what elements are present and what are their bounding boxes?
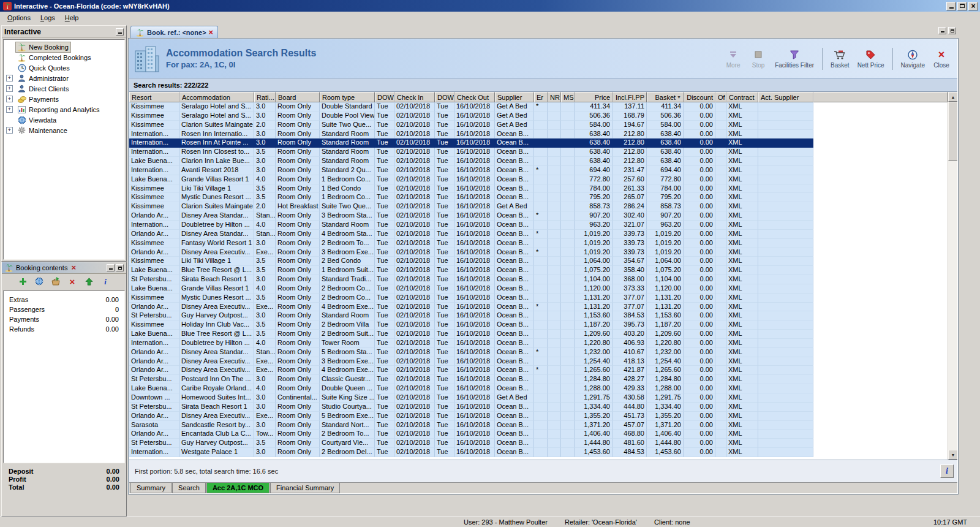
result-row[interactable]: KissimmeeHoliday Inn Club Vac...3.5Room … [129,320,948,330]
sidebar-item-quick-quotes[interactable]: Quick Quotes [4,63,124,73]
result-row[interactable]: Orlando Ar...Disney Area Standar...Stan.… [129,348,948,357]
sidebar-item-new-booking[interactable]: New Booking [4,42,124,52]
result-row[interactable]: Lake Buena...Blue Tree Resort @ L...3.5R… [129,266,948,275]
column-header-board[interactable]: Board [276,92,320,102]
result-row[interactable]: Orlando Ar...Encantada Club La C...Tow..… [129,430,948,439]
menu-help[interactable]: Help [60,13,84,23]
result-row[interactable]: KissimmeeSeralago Hotel and S...3.0Room … [129,102,948,112]
basket-button[interactable]: Basket [828,45,852,73]
panel-collapse-button[interactable] [116,28,124,36]
vertical-scrollbar[interactable]: ▲ ▼ [948,92,957,460]
mdi-minimize-button[interactable] [938,27,946,34]
result-row[interactable]: Orlando Ar...Disney Area Executiv...Exe.… [129,357,948,366]
result-row[interactable]: St Petersbu...Guy Harvey Outpost...3.0Ro… [129,311,948,320]
result-row[interactable]: KissimmeeSeralago Hotel and S...3.0Room … [129,112,948,121]
sidebar-item-completed-bookings[interactable]: Completed Bookings [4,52,124,63]
result-row[interactable]: Lake Buena...Caribe Royale Orland...4.0R… [129,384,948,393]
panel-close-icon[interactable]: × [71,264,76,271]
scrollbar-thumb[interactable] [948,102,957,161]
sidebar-item-payments[interactable]: +Payments [4,94,124,104]
column-header-er[interactable]: Er [534,92,548,102]
result-row[interactable]: Internation...Rosen Inn Internatio...3.0… [129,130,948,139]
close-window-button[interactable]: × [968,2,978,10]
nett-price-button[interactable]: Nett Price [855,45,887,73]
column-header-incl-fl-pp[interactable]: Incl.Fl.PP [612,92,647,102]
booking-item-passengers[interactable]: Passengers0 [4,305,124,314]
result-row[interactable]: Internation...Westgate Palace 13.0Room O… [129,448,948,457]
sidebar-item-maintenance[interactable]: +Maintenance [4,125,124,135]
result-row[interactable]: Lake Buena...Clarion Inn Lake Bue...3.0R… [129,157,948,166]
column-header-check-in[interactable]: Check In [394,92,435,102]
info-button[interactable]: i [100,276,111,287]
result-row[interactable]: KissimmeeMystic Dunes Resort ...3.5Room … [129,294,948,303]
result-row[interactable]: Orlando Ar...Disney Area Executiv...Exe.… [129,303,948,312]
result-row[interactable]: Internation...Rosen Inn Closest to...3.5… [129,148,948,157]
panel-maximize-button[interactable] [116,264,124,271]
sidebar-item-administrator[interactable]: +Administrator [4,73,124,83]
result-row[interactable]: KissimmeeClarion Suites Maingate2.0Room … [129,121,948,130]
mdi-maximize-button[interactable] [948,27,956,34]
more-button[interactable]: More [722,45,744,73]
minimize-button[interactable] [946,2,956,10]
add-button[interactable] [17,276,28,287]
result-row[interactable]: Lake Buena...Grande Villas Resort 14.0Ro… [129,175,948,184]
result-row[interactable]: KissimmeeLiki Tiki Village 13.5Room Only… [129,257,948,266]
close-button[interactable]: ×Close [930,45,952,73]
result-row[interactable]: Orlando Ar...Disney Area Executiv...Exe.… [129,248,948,257]
result-row[interactable]: Lake Buena...Grande Villas Resort 14.0Ro… [129,284,948,294]
column-header-room-type[interactable]: Room type [320,92,375,102]
result-row[interactable]: KissimmeeMystic Dunes Resort ...3.5Room … [129,193,948,202]
column-header-check-out[interactable]: Check Out [454,92,495,102]
to-basket-button[interactable] [50,276,61,287]
result-row[interactable]: Orlando Ar...Disney Area Executiv...Exe.… [129,412,948,421]
panel-minimize-button[interactable] [107,264,115,271]
info-button[interactable]: i [940,464,954,478]
expand-icon[interactable]: + [6,96,16,102]
result-row[interactable]: Orlando Ar...Disney Area Standar...Stan.… [129,211,948,221]
column-header-accommodation[interactable]: Accommodation [179,92,254,102]
sidebar-item-direct-clients[interactable]: +Direct Clients [4,83,124,94]
scroll-down-button[interactable]: ▼ [948,450,957,460]
stop-button[interactable]: Stop [747,45,769,73]
navigate-button[interactable]: Navigate [899,45,927,73]
result-row[interactable]: KissimmeeLiki Tiki Village 13.5Room Only… [129,184,948,194]
column-header-dow[interactable]: DOW [435,92,454,102]
facilities-filter-button[interactable]: Facilities Filter [772,45,816,73]
result-row[interactable]: Internation...Doubletree by Hilton ...4.… [129,221,948,230]
world-button[interactable] [34,276,45,287]
result-row[interactable]: Orlando Ar...Disney Area Standar...Stan.… [129,230,948,239]
column-header-contract[interactable]: Contract [726,92,758,102]
expand-icon[interactable]: + [6,75,16,82]
booking-item-payments[interactable]: Payments0.00 [4,314,124,324]
column-header-resort[interactable]: Resort [129,92,179,102]
column-header-act-supplier[interactable]: Act. Supplier [758,92,813,102]
sidebar-item-reporting-and-analytics[interactable]: +Reporting and Analytics [4,104,124,115]
result-row[interactable]: St Petersbu...Guy Harvey Outpost...3.5Ro… [129,439,948,448]
column-header-discount[interactable]: Discount [684,92,715,102]
sidebar-item-viewdata[interactable]: Viewdata [4,115,124,125]
result-row[interactable]: Internation...Avanti Resort 20183.0Room … [129,166,948,175]
result-row[interactable]: Orlando Ar...Disney Area Executiv...Exe.… [129,366,948,375]
column-header-nr[interactable]: NR [548,92,561,102]
result-row[interactable]: St Petersbu...Sirata Beach Resort 13.0Ro… [129,403,948,412]
tab-search[interactable]: Search [172,483,206,493]
result-row[interactable]: Internation...Rosen Inn At Pointe ...3.0… [129,138,948,148]
result-row[interactable]: Internation...Doubletree by Hilton ...4.… [129,339,948,348]
column-header-of[interactable]: Of [715,92,726,102]
tab-summary[interactable]: Summary [130,483,172,493]
menu-options[interactable]: Options [2,13,36,23]
result-row[interactable]: Lake Buena...Blue Tree Resort @ L...3.5R… [129,330,948,339]
booking-item-refunds[interactable]: Refunds0.00 [4,324,124,334]
column-header-price[interactable]: Price [575,92,612,102]
column-header-dow[interactable]: DOW [375,92,394,102]
delete-button[interactable]: × [67,276,78,287]
move-up-button[interactable] [83,276,94,287]
result-row[interactable]: Downtown ...Homewood Suites Int...3.0Con… [129,393,948,403]
booking-item-extras[interactable]: Extras0.00 [4,295,124,305]
tab-acc-2a-1c-mco[interactable]: Acc 2A,1C MCO [206,483,270,493]
expand-icon[interactable]: + [6,106,16,113]
menu-logs[interactable]: Logs [36,13,60,23]
column-header-rati[interactable]: Rati... [254,92,276,102]
result-row[interactable]: SarasotaSandcastle Resort by...3.0Room O… [129,421,948,430]
result-row[interactable]: St Petersbu...Sirata Beach Resort 13.0Ro… [129,275,948,284]
